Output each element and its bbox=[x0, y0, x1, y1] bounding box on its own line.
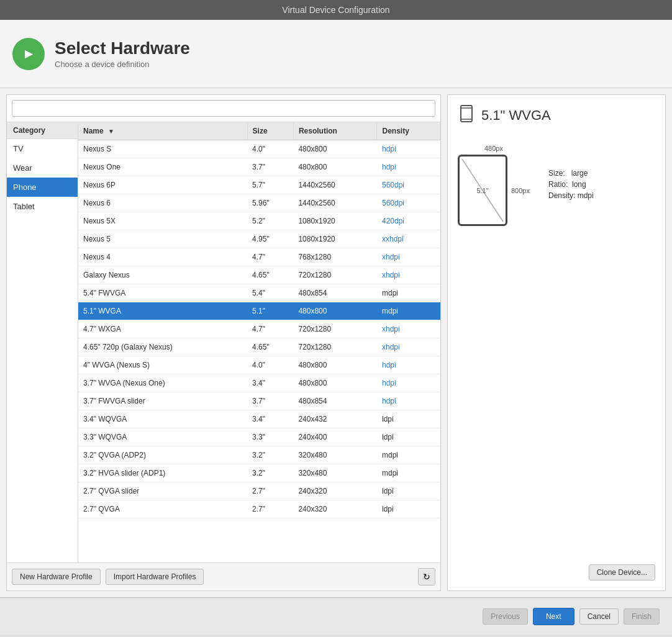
search-input[interactable] bbox=[12, 100, 435, 117]
table-row[interactable]: 5.4" FWVGA5.4"480x854mdpi bbox=[78, 284, 440, 302]
table-row[interactable]: 3.4" WQVGA3.4"240x432ldpi bbox=[78, 410, 440, 428]
cell-density: 560dpi bbox=[377, 176, 440, 194]
cell-resolution: 240x320 bbox=[293, 482, 377, 500]
cell-resolution: 480x800 bbox=[293, 356, 377, 374]
cell-density: hdpi bbox=[377, 140, 440, 158]
cell-resolution: 480x800 bbox=[293, 302, 377, 320]
clone-btn-container: Clone Device... bbox=[458, 564, 655, 581]
cell-name: 3.4" WQVGA bbox=[78, 410, 247, 428]
table-row[interactable]: Nexus 65.96"1440x2560560dpi bbox=[78, 194, 440, 212]
cell-resolution: 480x800 bbox=[293, 158, 377, 176]
footer: Previous Next Cancel Finish bbox=[0, 597, 672, 635]
sidebar-item-tablet[interactable]: Tablet bbox=[7, 197, 78, 216]
col-resolution[interactable]: Resolution bbox=[293, 122, 377, 140]
cell-resolution: 480x800 bbox=[293, 140, 377, 158]
cell-name: Nexus 5X bbox=[78, 212, 247, 230]
cell-name: 3.3" WQVGA bbox=[78, 428, 247, 446]
cell-density: xhdpi bbox=[377, 248, 440, 266]
table-row[interactable]: 4" WVGA (Nexus S)4.0"480x800hdpi bbox=[78, 356, 440, 374]
sidebar-item-wear[interactable]: Wear bbox=[7, 158, 78, 178]
cell-size: 4.0" bbox=[247, 356, 293, 374]
cell-size: 3.2" bbox=[247, 464, 293, 482]
device-table: Name ▼ Size Resolution Density Nexus S4.… bbox=[78, 122, 440, 562]
finish-button[interactable]: Finish bbox=[624, 608, 660, 625]
table-row[interactable]: 4.7" WXGA4.7"720x1280xhdpi bbox=[78, 320, 440, 338]
clone-device-button[interactable]: Clone Device... bbox=[589, 564, 655, 581]
cell-size: 3.3" bbox=[247, 428, 293, 446]
cell-name: Nexus 6P bbox=[78, 176, 247, 194]
sidebar-item-phone[interactable]: Phone bbox=[7, 178, 78, 197]
title-bar: Virtual Device Configuration bbox=[0, 0, 672, 20]
cell-size: 3.4" bbox=[247, 410, 293, 428]
cell-resolution: 240x432 bbox=[293, 410, 377, 428]
new-hardware-profile-button[interactable]: New Hardware Profile bbox=[12, 569, 101, 585]
table-row[interactable]: Nexus 54.95"1080x1920xxhdpi bbox=[78, 230, 440, 248]
table-row[interactable]: 2.7" QVGA2.7"240x320ldpi bbox=[78, 500, 440, 518]
cell-size: 4.0" bbox=[247, 140, 293, 158]
spec-ratio: Ratio: long bbox=[548, 180, 594, 189]
table-row[interactable]: 4.65" 720p (Galaxy Nexus)4.65"720x1280xh… bbox=[78, 338, 440, 356]
table-row[interactable]: 3.2" QVGA (ADP2)3.2"320x480mdpi bbox=[78, 446, 440, 464]
cell-resolution: 720x1280 bbox=[293, 320, 377, 338]
cell-density: 420dpi bbox=[377, 212, 440, 230]
refresh-button[interactable]: ↻ bbox=[418, 568, 435, 585]
device-diagram-container: 480px 5.1" 800px Size: large Ratio: lon bbox=[458, 145, 655, 226]
cell-resolution: 240x400 bbox=[293, 428, 377, 446]
cell-name: 4.7" WXGA bbox=[78, 320, 247, 338]
left-panel: Category TV Wear Phone Tablet Name ▼ Siz… bbox=[6, 94, 441, 591]
next-button[interactable]: Next bbox=[533, 608, 574, 625]
cell-size: 3.7" bbox=[247, 392, 293, 410]
selected-device-name: 5.1" WVGA bbox=[481, 107, 551, 124]
cancel-button[interactable]: Cancel bbox=[579, 608, 619, 625]
cell-resolution: 720x1280 bbox=[293, 266, 377, 284]
cell-size: 4.7" bbox=[247, 320, 293, 338]
cell-name: Nexus 4 bbox=[78, 248, 247, 266]
import-hardware-profiles-button[interactable]: Import Hardware Profiles bbox=[106, 569, 204, 585]
cell-name: 4.65" 720p (Galaxy Nexus) bbox=[78, 338, 247, 356]
title-bar-text: Virtual Device Configuration bbox=[282, 5, 389, 15]
hardware-table: Name ▼ Size Resolution Density Nexus S4.… bbox=[78, 122, 440, 518]
table-row[interactable]: Nexus 6P5.7"1440x2560560dpi bbox=[78, 176, 440, 194]
cell-name: 4" WVGA (Nexus S) bbox=[78, 356, 247, 374]
table-row[interactable]: 3.3" WQVGA3.3"240x400ldpi bbox=[78, 428, 440, 446]
cell-density: mdpi bbox=[377, 464, 440, 482]
table-row[interactable]: Galaxy Nexus4.65"720x1280xhdpi bbox=[78, 266, 440, 284]
table-row[interactable]: 5.1" WVGA5.1"480x800mdpi bbox=[78, 302, 440, 320]
cell-density: hdpi bbox=[377, 374, 440, 392]
cell-resolution: 1440x2560 bbox=[293, 176, 377, 194]
previous-button[interactable]: Previous bbox=[483, 608, 528, 625]
cell-name: Nexus 6 bbox=[78, 194, 247, 212]
table-row[interactable]: 3.7" WVGA (Nexus One)3.4"480x800hdpi bbox=[78, 374, 440, 392]
cell-name: 2.7" QVGA slider bbox=[78, 482, 247, 500]
height-px-label: 800px bbox=[511, 187, 530, 194]
cell-size: 3.4" bbox=[247, 374, 293, 392]
android-logo: ▶ bbox=[12, 38, 45, 70]
page-subtitle: Choose a device definition bbox=[55, 60, 190, 69]
table-row[interactable]: 3.7" FWVGA slider3.7"480x854hdpi bbox=[78, 392, 440, 410]
col-size[interactable]: Size bbox=[247, 122, 293, 140]
cell-resolution: 320x480 bbox=[293, 464, 377, 482]
category-panel: Category TV Wear Phone Tablet bbox=[7, 122, 78, 562]
cell-resolution: 1080x1920 bbox=[293, 212, 377, 230]
table-row[interactable]: Nexus S4.0"480x800hdpi bbox=[78, 140, 440, 158]
diagonal-label: 5.1" bbox=[476, 187, 488, 194]
cell-resolution: 320x480 bbox=[293, 446, 377, 464]
table-row[interactable]: 2.7" QVGA slider2.7"240x320ldpi bbox=[78, 482, 440, 500]
svg-text:▶: ▶ bbox=[25, 48, 34, 59]
table-row[interactable]: Nexus 44.7"768x1280xhdpi bbox=[78, 248, 440, 266]
cell-name: 5.1" WVGA bbox=[78, 302, 247, 320]
device-preview-icon bbox=[458, 105, 475, 126]
sidebar-item-tv[interactable]: TV bbox=[7, 139, 78, 158]
cell-size: 4.95" bbox=[247, 230, 293, 248]
cell-density: xhdpi bbox=[377, 338, 440, 356]
cell-name: 2.7" QVGA bbox=[78, 500, 247, 518]
table-row[interactable]: 3.2" HVGA slider (ADP1)3.2"320x480mdpi bbox=[78, 464, 440, 482]
table-row[interactable]: Nexus 5X5.2"1080x1920420dpi bbox=[78, 212, 440, 230]
device-outline: 5.1" bbox=[458, 155, 507, 226]
col-density[interactable]: Density bbox=[377, 122, 440, 140]
table-row[interactable]: Nexus One3.7"480x800hdpi bbox=[78, 158, 440, 176]
category-header: Category bbox=[7, 122, 78, 139]
col-name[interactable]: Name ▼ bbox=[78, 122, 247, 140]
table-container: Category TV Wear Phone Tablet Name ▼ Siz… bbox=[7, 122, 440, 562]
cell-density: xhdpi bbox=[377, 266, 440, 284]
